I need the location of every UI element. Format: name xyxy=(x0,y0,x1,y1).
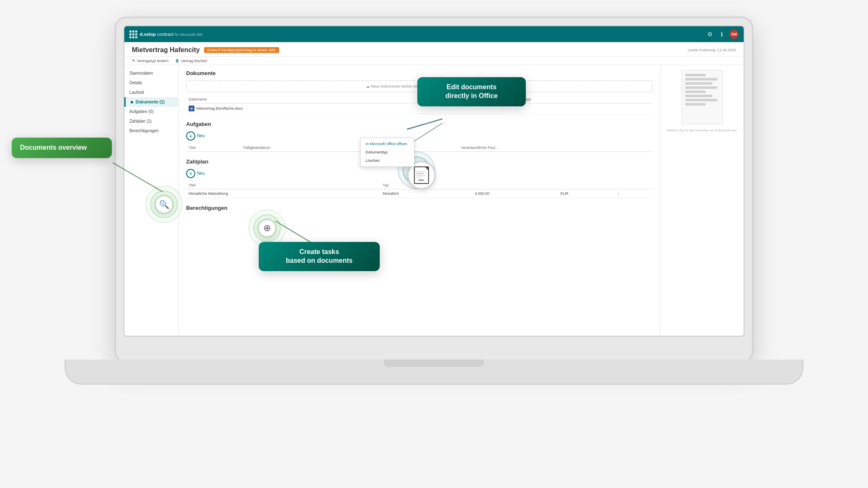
delete-icon: 🗑 xyxy=(175,58,179,63)
col-dokumenttyp: Dokumenttyp xyxy=(506,96,653,103)
sub-header: Mietvertrag Hafencity Entwurf Kündigungs… xyxy=(124,42,744,57)
info-icon[interactable]: ℹ xyxy=(718,30,725,38)
sidebar-item-berechtigungen[interactable]: Berechtigungen xyxy=(124,126,178,136)
edit-office-callout: Edit documentsdirectly in Office xyxy=(417,77,526,106)
doc-inner: DOC xyxy=(414,166,429,184)
context-menu-item-type[interactable]: Dokumenttyp xyxy=(361,148,414,156)
top-bar: d.velop contract for Microsoft 365 ⚙ ℹ S… xyxy=(124,26,744,42)
plus-circle-icon: + xyxy=(186,131,195,141)
create-tasks-callout: Create tasksbased on documents xyxy=(259,242,380,271)
context-menu-item-open-office[interactable]: In Microsoft Office öffnen xyxy=(361,140,414,148)
col-pay-currency xyxy=(558,181,614,189)
col-pay-actions xyxy=(614,181,653,189)
doc-preview-image xyxy=(681,70,723,124)
tasks-header: Titel Fälligkeitsdatum Status Verantwort… xyxy=(186,144,653,152)
new-task-button[interactable]: + Neu xyxy=(186,131,653,141)
doc-label: DOC xyxy=(416,179,427,181)
plus-highlight-icon: ⊕ xyxy=(258,219,276,237)
scene: d.velop contract for Microsoft 365 ⚙ ℹ S… xyxy=(0,0,868,488)
cloud-icon: ☁ xyxy=(366,84,371,88)
doc-corner xyxy=(425,167,429,171)
action-bar: ✎ Vertragstyp ändern 🗑 Vertrag löschen xyxy=(124,57,744,65)
tasks-table: Titel Fälligkeitsdatum Status Verantwort… xyxy=(186,144,653,152)
laptop-base xyxy=(65,360,803,385)
payment-title: Monatliche Mietzahlung xyxy=(186,189,380,198)
payment-amount: 4.000,00 xyxy=(472,189,558,198)
preview-hint-text: Wählen Sie für die Vorschau ein Dokument… xyxy=(667,128,738,132)
dokumente-title: Dokumente xyxy=(186,70,653,76)
context-menu: In Microsoft Office öffnen Dokumenttyp L… xyxy=(360,138,414,167)
contract-title: Mietvertrag Hafencity xyxy=(132,46,200,54)
col-pay-titel: Titel xyxy=(186,181,380,189)
context-menu-item-delete[interactable]: Löschen xyxy=(361,156,414,165)
laptop-hinge xyxy=(384,360,484,367)
table-row[interactable]: Monatliche Mietzahlung Monatlich 4.000,0… xyxy=(186,189,653,198)
sidebar-item-dokumente[interactable]: Dokumente (1) xyxy=(124,97,178,107)
status-badge: Entwurf Kündigungstichtag-in einem Jahr xyxy=(204,47,279,53)
delete-contract-button[interactable]: 🗑 Vertrag löschen xyxy=(175,58,207,63)
sidebar-item-aufgaben[interactable]: Aufgaben (0) xyxy=(124,107,178,116)
preview-panel: Wählen Sie für die Vorschau ein Dokument… xyxy=(660,65,744,336)
doc-type xyxy=(506,103,653,114)
col-titel: Titel xyxy=(186,144,241,152)
top-bar-icons: ⚙ ℹ SM xyxy=(706,30,739,39)
documents-overview-callout: Documents overview xyxy=(12,138,112,158)
payment-type: Monatlich xyxy=(380,189,472,198)
plus-circle-payment-icon: + xyxy=(186,169,195,178)
last-change: Letzte Änderung: 11.05.2020 xyxy=(688,48,736,52)
payment-menu-icon[interactable]: ⋮ xyxy=(614,189,653,198)
word-icon: W xyxy=(189,106,194,111)
payment-currency: EUR xyxy=(558,189,614,198)
berechtigungen-title: Berechtigungen xyxy=(186,205,653,211)
active-dot xyxy=(131,101,133,103)
sidebar-item-laufzeit[interactable]: Laufzeit xyxy=(124,88,178,97)
sidebar-item-details[interactable]: Details xyxy=(124,78,178,88)
settings-icon[interactable]: ⚙ xyxy=(706,30,714,38)
sidebar-item-stammdaten[interactable]: Stammdaten xyxy=(124,68,178,78)
avatar[interactable]: SM xyxy=(729,30,739,39)
col-pay-amount xyxy=(472,181,558,189)
magnifier-icon: 🔍 xyxy=(155,195,173,214)
col-verantwortliche: Verantwortliche Pers... xyxy=(459,144,653,152)
app-title: d.velop contract for Microsoft 365 xyxy=(140,32,202,37)
sidebar-item-zahlplan[interactable]: Zahlplan (1) xyxy=(124,116,178,126)
laptop-shell: d.velop contract for Microsoft 365 ⚙ ℹ S… xyxy=(115,17,753,363)
aufgaben-title: Aufgaben xyxy=(186,121,653,127)
grid-icon xyxy=(129,30,137,38)
change-type-icon: ✎ xyxy=(132,58,135,63)
change-contract-type-button[interactable]: ✎ Vertragstyp ändern xyxy=(132,58,169,63)
